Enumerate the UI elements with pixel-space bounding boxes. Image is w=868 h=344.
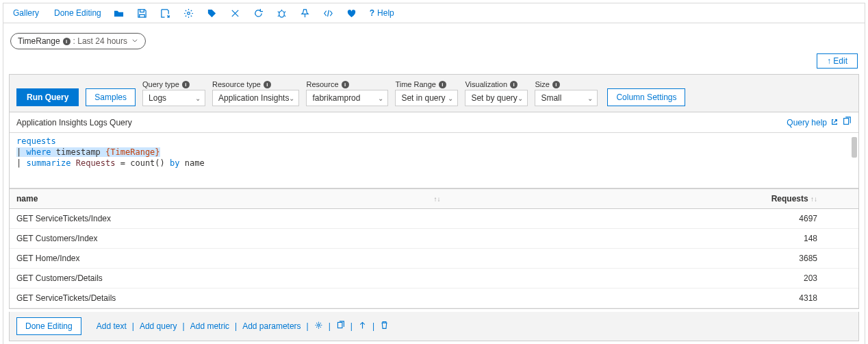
query-type-dropdown[interactable]: Logs ⌄ bbox=[142, 90, 205, 106]
help-link[interactable]: ? Help bbox=[370, 8, 394, 18]
samples-label: Samples bbox=[94, 93, 127, 102]
cell-name: GET ServiceTickets/Index bbox=[10, 209, 454, 229]
info-icon: i bbox=[439, 81, 446, 88]
query-help-label: Query help bbox=[787, 118, 827, 127]
tag-icon[interactable] bbox=[207, 8, 218, 19]
resource-label: Resourcei bbox=[306, 80, 388, 88]
code-line-2: | where timestamp {TimeRange} bbox=[16, 147, 160, 157]
timerange-pill-value: : Last 24 hours bbox=[73, 36, 127, 46]
query-editor[interactable]: requests | where timestamp {TimeRange} |… bbox=[10, 132, 858, 188]
table-row[interactable]: GET Home/Index3685 bbox=[10, 249, 858, 269]
help-label: Help bbox=[377, 8, 394, 18]
gear-icon[interactable] bbox=[183, 8, 194, 19]
done-editing-footer-button[interactable]: Done Editing bbox=[16, 317, 81, 335]
add-text-link[interactable]: Add text bbox=[97, 321, 127, 331]
column-header-name[interactable]: name bbox=[10, 189, 426, 209]
column-settings-label: Column Settings bbox=[616, 93, 676, 102]
svg-rect-5 bbox=[337, 322, 342, 328]
gear-icon[interactable] bbox=[314, 321, 323, 332]
table-scroll-gutter bbox=[845, 189, 858, 209]
cell-requests: 4318 bbox=[454, 288, 845, 308]
query-title: Application Insights Logs Query bbox=[16, 118, 132, 127]
column-header-requests[interactable]: Requests ↑↓ bbox=[454, 189, 845, 209]
cell-name: GET Customers/Details bbox=[10, 269, 454, 288]
bug-icon[interactable] bbox=[277, 8, 288, 19]
table-row[interactable]: GET Customers/Details203 bbox=[10, 269, 858, 288]
info-icon: i bbox=[264, 81, 271, 88]
code-line-1: requests bbox=[16, 136, 56, 146]
resource-type-dropdown[interactable]: Application Insights ⌄ bbox=[212, 90, 299, 106]
size-value: Small bbox=[541, 93, 561, 103]
table-row[interactable]: GET Customers/Index148 bbox=[10, 229, 858, 249]
chevron-down-icon: ⌄ bbox=[587, 95, 593, 102]
resource-type-label: Resource typei bbox=[212, 80, 299, 88]
delete-icon[interactable] bbox=[380, 321, 389, 332]
chevron-down-icon: ⌄ bbox=[448, 95, 453, 102]
heart-icon[interactable] bbox=[346, 8, 357, 19]
cell-name: GET Customers/Index bbox=[10, 229, 454, 249]
query-type-label: Query typei bbox=[142, 80, 205, 88]
info-icon: i bbox=[510, 81, 518, 88]
time-range-value: Set in query bbox=[401, 93, 445, 103]
cell-requests: 3685 bbox=[454, 249, 845, 269]
save-as-icon[interactable] bbox=[160, 8, 171, 19]
table-row[interactable]: GET ServiceTickets/Details4318 bbox=[10, 288, 858, 308]
copy-icon[interactable] bbox=[842, 116, 852, 128]
table-row[interactable]: GET ServiceTickets/Index4697 bbox=[10, 209, 858, 229]
save-icon[interactable] bbox=[137, 8, 148, 19]
size-label: Sizei bbox=[535, 80, 598, 88]
help-icon: ? bbox=[370, 8, 374, 18]
info-icon: i bbox=[182, 81, 190, 88]
visualization-dropdown[interactable]: Set by query ⌄ bbox=[465, 90, 528, 106]
chevron-down-icon: ⌄ bbox=[378, 95, 383, 102]
done-editing-top-label: Done Editing bbox=[54, 8, 101, 18]
back-to-gallery-link[interactable]: Gallery bbox=[10, 8, 39, 18]
move-up-icon[interactable] bbox=[358, 321, 367, 332]
column-sort-name[interactable]: ↑↓ bbox=[426, 189, 454, 209]
chevron-down-icon: ⌄ bbox=[518, 95, 523, 102]
add-parameters-link[interactable]: Add parameters bbox=[242, 321, 301, 331]
chevron-down-icon: ⌄ bbox=[289, 95, 294, 102]
external-link-icon bbox=[831, 118, 838, 127]
refresh-icon[interactable] bbox=[253, 8, 264, 19]
cell-name: GET ServiceTickets/Details bbox=[10, 288, 454, 308]
svg-point-2 bbox=[279, 10, 285, 16]
add-metric-link[interactable]: Add metric bbox=[190, 321, 229, 331]
time-range-label: Time Rangei bbox=[395, 80, 458, 88]
column-settings-button[interactable]: Column Settings bbox=[607, 88, 685, 106]
samples-button[interactable]: Samples bbox=[86, 88, 136, 106]
svg-point-1 bbox=[188, 12, 190, 14]
resource-dropdown[interactable]: fabrikamprod ⌄ bbox=[306, 90, 388, 106]
query-help-link[interactable]: Query help bbox=[787, 116, 852, 128]
edit-button[interactable]: ↑ Edit bbox=[817, 53, 858, 69]
pin-icon[interactable] bbox=[300, 8, 311, 19]
timerange-pill-label: TimeRange bbox=[18, 36, 60, 46]
timerange-pill[interactable]: TimeRange i : Last 24 hours bbox=[10, 33, 146, 49]
info-icon: i bbox=[63, 38, 71, 45]
info-icon: i bbox=[552, 81, 560, 88]
visualization-label: Visualizationi bbox=[465, 80, 528, 88]
svg-point-4 bbox=[318, 324, 320, 326]
open-folder-icon[interactable] bbox=[114, 8, 125, 19]
run-query-button[interactable]: Run Query bbox=[16, 88, 79, 106]
visualization-value: Set by query bbox=[471, 93, 517, 103]
resource-type-value: Application Insights bbox=[218, 93, 289, 103]
close-x-icon[interactable] bbox=[230, 8, 241, 19]
cell-name: GET Home/Index bbox=[10, 249, 454, 269]
cell-requests: 148 bbox=[454, 229, 845, 249]
code-line-3: | summarize Requests = count() by name bbox=[16, 158, 852, 169]
query-type-value: Logs bbox=[149, 93, 166, 103]
cell-requests: 4697 bbox=[454, 209, 845, 229]
resource-value: fabrikamprod bbox=[312, 93, 360, 103]
copy-icon[interactable] bbox=[336, 321, 345, 332]
done-editing-top-link[interactable]: Done Editing bbox=[51, 8, 101, 18]
add-query-link[interactable]: Add query bbox=[140, 321, 177, 331]
chevron-down-icon: ⌄ bbox=[195, 95, 201, 102]
size-dropdown[interactable]: Small ⌄ bbox=[535, 90, 598, 106]
results-table: name ↑↓ Requests ↑↓ GET ServiceTickets/I… bbox=[10, 188, 858, 308]
chevron-down-icon bbox=[131, 36, 138, 46]
done-editing-footer-label: Done Editing bbox=[25, 321, 73, 331]
run-query-label: Run Query bbox=[27, 93, 68, 102]
code-icon[interactable] bbox=[323, 8, 334, 19]
time-range-dropdown[interactable]: Set in query ⌄ bbox=[395, 90, 458, 106]
